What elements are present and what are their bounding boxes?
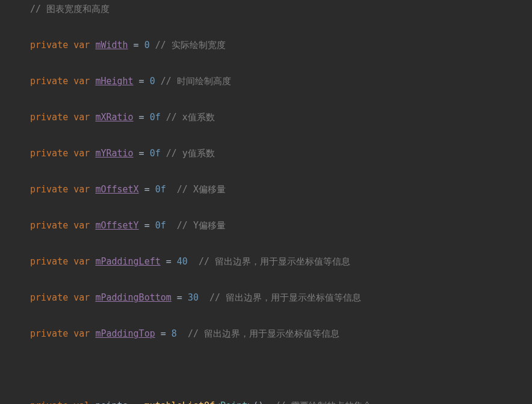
- number: 0: [144, 40, 150, 50]
- keyword: private var: [30, 256, 90, 267]
- type-name: Point: [220, 400, 247, 404]
- number: 0f: [150, 148, 161, 159]
- keyword: private var: [30, 292, 90, 303]
- comment: // 留出边界，用于显示坐标值等信息: [188, 256, 350, 267]
- comment: // x值系数: [161, 112, 215, 123]
- comment: // 时间绘制高度: [155, 76, 231, 87]
- code-block: // 图表宽度和高度 private var mWidth = 0 // 实际绘…: [0, 0, 532, 404]
- var-name: mHeight: [95, 76, 133, 87]
- code-line: private var mPaddingBottom = 30 // 留出边界，…: [30, 289, 532, 307]
- var-name: mPaddingLeft: [95, 256, 160, 267]
- var-name: points: [95, 400, 128, 404]
- code-line: private var mOffsetY = 0f // Y偏移量: [30, 216, 532, 234]
- comment: // 留出边界，用于显示坐标值等信息: [177, 328, 339, 339]
- number: 30: [188, 292, 199, 303]
- keyword: private var: [30, 148, 90, 159]
- number: 0f: [155, 220, 166, 231]
- comment: // y值系数: [161, 148, 215, 159]
- number: 0: [150, 76, 155, 87]
- keyword: private var: [30, 184, 90, 195]
- code-line: private val points = mutableListOf<Point…: [30, 397, 532, 404]
- var-name: mPaddingTop: [95, 328, 155, 339]
- keyword: private var: [30, 76, 90, 87]
- var-name: mWidth: [95, 40, 128, 50]
- code-line: private var mXRatio = 0f // x值系数: [30, 108, 532, 126]
- keyword: private var: [30, 220, 90, 231]
- blank-line: [30, 361, 532, 379]
- code-line: // 图表宽度和高度: [30, 0, 532, 18]
- code-line: private var mWidth = 0 // 实际绘制宽度: [30, 36, 532, 54]
- var-name: mOffsetX: [95, 184, 138, 195]
- comment: // 留出边界，用于显示坐标值等信息: [199, 292, 361, 303]
- function-call: mutableListOf: [144, 400, 215, 404]
- number: 8: [172, 328, 177, 339]
- comment: // 需要绘制的点的集合: [264, 400, 372, 404]
- code-line: private var mOffsetX = 0f // X偏移量: [30, 180, 532, 198]
- comment: // Y偏移量: [166, 220, 226, 231]
- comment: // 实际绘制宽度: [150, 40, 226, 50]
- comment: // 图表宽度和高度: [30, 4, 110, 14]
- code-line: private var mYRatio = 0f // y值系数: [30, 144, 532, 162]
- keyword: private var: [30, 112, 90, 123]
- var-name: mYRatio: [95, 148, 133, 159]
- keyword: private var: [30, 40, 90, 50]
- keyword: private val: [30, 400, 90, 404]
- number: 0f: [155, 184, 166, 195]
- number: 0f: [150, 112, 161, 123]
- var-name: mPaddingBottom: [95, 292, 171, 303]
- number: 40: [177, 256, 188, 267]
- comment: // X偏移量: [166, 184, 226, 195]
- code-line: private var mHeight = 0 // 时间绘制高度: [30, 72, 532, 90]
- var-name: mXRatio: [95, 112, 133, 123]
- keyword: private var: [30, 328, 90, 339]
- code-line: private var mPaddingTop = 8 // 留出边界，用于显示…: [30, 325, 532, 343]
- var-name: mOffsetY: [95, 220, 138, 231]
- code-line: private var mPaddingLeft = 40 // 留出边界，用于…: [30, 252, 532, 271]
